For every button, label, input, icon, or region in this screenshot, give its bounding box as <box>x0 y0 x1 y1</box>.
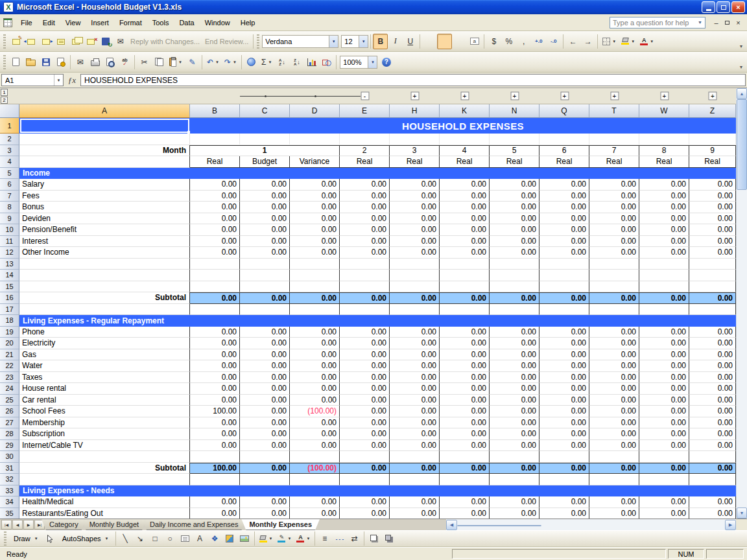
cell-Q25[interactable]: 0.00 <box>540 395 589 406</box>
section-header-row-5[interactable]: Income <box>19 168 736 180</box>
cell-Z3[interactable]: 9 <box>689 145 736 157</box>
cell-E16[interactable]: 0.00 <box>340 292 390 304</box>
autoshapes-menu-button[interactable]: AutoShapes▼ <box>58 532 113 545</box>
cell-D23[interactable]: 0.00 <box>290 372 340 384</box>
cell-K22[interactable]: 0.00 <box>440 360 490 372</box>
cell-D22[interactable]: 0.00 <box>290 360 340 372</box>
cell-D31[interactable]: (100.00) <box>290 463 340 474</box>
new-workbook-button[interactable] <box>8 54 23 70</box>
cell-D25[interactable]: 0.00 <box>290 395 340 406</box>
cell-H3[interactable]: 3 <box>390 145 440 157</box>
cell-Z31[interactable]: 0.00 <box>689 463 736 474</box>
drawing-button[interactable] <box>319 54 334 70</box>
cell-N3[interactable]: 5 <box>490 145 540 157</box>
oval-button[interactable]: ○ <box>163 531 178 546</box>
cell-H2[interactable] <box>390 134 440 145</box>
cell-H13[interactable] <box>390 259 440 270</box>
cell-W11[interactable]: 0.00 <box>639 236 689 248</box>
cell-W10[interactable]: 0.00 <box>639 224 689 236</box>
line-button[interactable]: ╲ <box>118 531 133 546</box>
cell-H19[interactable]: 0.00 <box>390 327 440 338</box>
edit-comment-icon[interactable] <box>8 34 23 49</box>
sheet-title-cell[interactable]: HOUSEHOLD EXPENSES <box>190 118 736 134</box>
cell-A25[interactable]: Car rental <box>19 395 190 406</box>
cell-B13[interactable] <box>190 259 240 270</box>
cell-B32[interactable] <box>190 474 240 485</box>
cell-H21[interactable]: 0.00 <box>390 349 440 361</box>
row-header-15[interactable]: 15 <box>0 281 19 293</box>
bold-button[interactable]: B <box>373 34 388 49</box>
row-header-17[interactable]: 17 <box>0 304 19 316</box>
insert-wordart-button[interactable]: A <box>193 531 208 546</box>
draw-font-color-button[interactable]: A▼ <box>294 531 313 546</box>
borders-button[interactable]: ▼ <box>600 34 619 49</box>
cell-B2[interactable] <box>190 134 240 145</box>
cell-Z17[interactable] <box>689 304 736 316</box>
end-review-button[interactable]: End Review... <box>202 34 251 49</box>
cell-C8[interactable]: 0.00 <box>240 202 290 213</box>
insert-diagram-button[interactable]: ❖ <box>208 531 222 546</box>
cell-Z9[interactable]: 0.00 <box>689 213 736 225</box>
cell-W3[interactable]: 8 <box>639 145 689 157</box>
cell-D26[interactable]: (100.00) <box>290 406 340 417</box>
cell-Z2[interactable] <box>689 134 736 145</box>
cell-B11[interactable]: 0.00 <box>190 236 240 248</box>
cell-W22[interactable]: 0.00 <box>639 360 689 372</box>
cell-W26[interactable]: 0.00 <box>639 406 689 417</box>
copy-button[interactable] <box>152 54 167 70</box>
cell-Q28[interactable]: 0.00 <box>540 428 589 440</box>
cell-C10[interactable]: 0.00 <box>240 224 290 236</box>
cell-Q35[interactable]: 0.00 <box>540 508 589 519</box>
font-size-combo[interactable]: 12 ▼ <box>341 35 368 48</box>
sort-ascending-button[interactable]: AZ↓ <box>274 54 289 70</box>
cell-Q26[interactable]: 0.00 <box>540 406 589 417</box>
cell-Z28[interactable]: 0.00 <box>689 428 736 440</box>
cell-C4[interactable]: Budget <box>240 156 290 168</box>
align-right-button[interactable] <box>452 34 467 49</box>
row-header-20[interactable]: 20 <box>0 338 19 349</box>
cell-Q16[interactable]: 0.00 <box>540 292 589 304</box>
cell-W20[interactable]: 0.00 <box>639 338 689 349</box>
draw-fill-color-button[interactable]: ▼ <box>257 531 276 546</box>
cell-N12[interactable]: 0.00 <box>490 247 540 259</box>
cell-N22[interactable]: 0.00 <box>490 360 540 372</box>
row-header-6[interactable]: 6 <box>0 179 19 191</box>
cell-D4[interactable]: Variance <box>290 156 340 168</box>
cell-C20[interactable]: 0.00 <box>240 338 290 349</box>
cell-E31[interactable]: 0.00 <box>340 463 390 474</box>
select-objects-button[interactable] <box>43 531 58 546</box>
cell-Z35[interactable]: 0.00 <box>689 508 736 519</box>
cell-T23[interactable]: 0.00 <box>589 372 639 384</box>
cell-Q9[interactable]: 0.00 <box>540 213 589 225</box>
cell-T16[interactable]: 0.00 <box>589 292 639 304</box>
cell-N11[interactable]: 0.00 <box>490 236 540 248</box>
cell-C15[interactable] <box>240 281 290 293</box>
cell-A10[interactable]: Pension/Benefit <box>19 224 190 236</box>
cell-H32[interactable] <box>390 474 440 485</box>
menu-item-edit[interactable]: Edit <box>38 16 60 29</box>
cell-C17[interactable] <box>240 304 290 316</box>
cell-B14[interactable] <box>190 270 240 281</box>
cell-D8[interactable]: 0.00 <box>290 202 340 213</box>
cell-B7[interactable]: 0.00 <box>190 191 240 202</box>
cell-A28[interactable]: Subscription <box>19 428 190 440</box>
cell-E29[interactable]: 0.00 <box>340 440 390 452</box>
cell-Q2[interactable] <box>540 134 589 145</box>
cell-C30[interactable] <box>240 451 290 463</box>
workbook-minimize-button[interactable]: – <box>711 18 722 27</box>
cell-E25[interactable]: 0.00 <box>340 395 390 406</box>
cell-E7[interactable]: 0.00 <box>340 191 390 202</box>
cell-E19[interactable]: 0.00 <box>340 327 390 338</box>
cell-B22[interactable]: 0.00 <box>190 360 240 372</box>
cell-T2[interactable] <box>589 134 639 145</box>
cell-A31[interactable]: Subtotal <box>19 463 190 474</box>
cell-B25[interactable]: 0.00 <box>190 395 240 406</box>
workbook-restore-button[interactable] <box>722 18 733 27</box>
cell-K12[interactable]: 0.00 <box>440 247 490 259</box>
cell-T9[interactable]: 0.00 <box>589 213 639 225</box>
cell-K13[interactable] <box>440 259 490 270</box>
cell-T20[interactable]: 0.00 <box>589 338 639 349</box>
cell-E24[interactable]: 0.00 <box>340 383 390 395</box>
cell-K29[interactable]: 0.00 <box>440 440 490 452</box>
cell-C35[interactable]: 0.00 <box>240 508 290 519</box>
